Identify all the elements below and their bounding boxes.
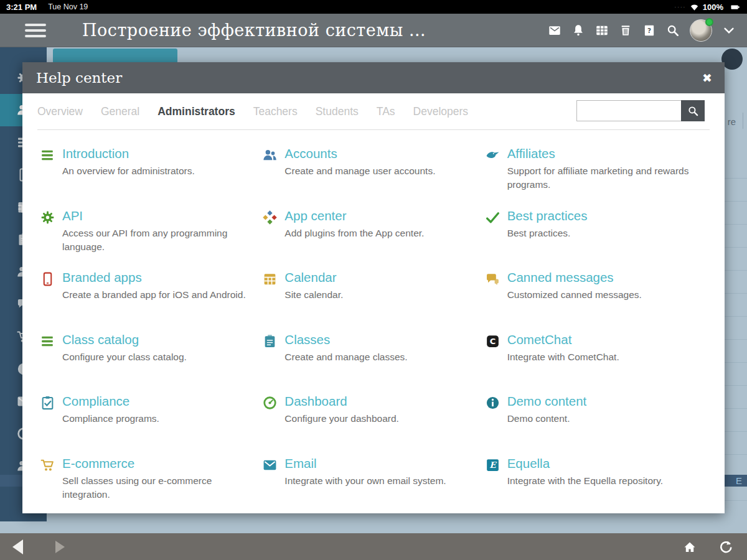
equella-icon bbox=[485, 457, 500, 475]
help-item-description: Customized canned messages. bbox=[507, 288, 658, 302]
bird-icon bbox=[485, 147, 500, 166]
users-icon bbox=[262, 147, 278, 166]
puzzle-icon bbox=[262, 210, 278, 225]
search-input[interactable] bbox=[576, 100, 681, 121]
help-item-dashboard: DashboardConfigure your dashboard. bbox=[262, 394, 484, 456]
help-item-compliance: ComplianceCompliance programs. bbox=[40, 394, 262, 456]
help-item-title[interactable]: Accounts bbox=[284, 146, 451, 161]
help-item-title[interactable]: Email bbox=[284, 456, 462, 471]
envelope-icon bbox=[262, 457, 278, 473]
info-icon bbox=[485, 395, 500, 411]
help-item-description: Add plugins from the App center. bbox=[284, 226, 440, 240]
help-item-title[interactable]: Branded apps bbox=[62, 270, 262, 285]
help-item-description: Support for affiliate marketing and rewa… bbox=[507, 164, 707, 192]
gradebook-grid-icon[interactable] bbox=[593, 21, 611, 40]
cart-icon bbox=[40, 457, 55, 473]
mail-icon bbox=[548, 24, 561, 37]
chat-icon bbox=[485, 271, 500, 289]
help-item-title[interactable]: Introduction bbox=[62, 146, 211, 161]
help-item-title[interactable]: Class catalog bbox=[62, 332, 203, 347]
cart-icon bbox=[40, 457, 55, 475]
list-icon bbox=[40, 334, 55, 349]
search-button[interactable] bbox=[681, 100, 705, 121]
close-icon[interactable]: ✖ bbox=[702, 71, 712, 85]
help-item-description: Compliance programs. bbox=[62, 412, 176, 426]
help-item-cometchat: CometChatIntegrate with CometChat. bbox=[485, 332, 707, 394]
help-item-equella: EquellaIntegrate with the Equella reposi… bbox=[485, 456, 707, 514]
help-item-description: Configure your class catalog. bbox=[62, 350, 203, 364]
check-icon bbox=[485, 210, 500, 225]
info-icon bbox=[485, 395, 500, 413]
help-item-description: Access our API from any programming lang… bbox=[62, 226, 262, 254]
chevron-down-icon[interactable] bbox=[720, 21, 738, 40]
clock: 3:21 PM bbox=[6, 2, 37, 12]
help-item-title[interactable]: Best practices bbox=[507, 208, 588, 223]
help-item-description: Create and manage classes. bbox=[284, 350, 423, 364]
list-icon bbox=[40, 334, 55, 352]
help-item-title[interactable]: Dashboard bbox=[284, 394, 415, 409]
help-item-class-catalog: Class catalogConfigure your class catalo… bbox=[40, 332, 262, 394]
background-teal-button bbox=[53, 49, 177, 63]
help-item-calendar: CalendarSite calendar. bbox=[262, 270, 484, 332]
help-item-title[interactable]: Affiliates bbox=[507, 146, 707, 161]
clipboard-icon bbox=[262, 334, 278, 349]
trash-icon bbox=[619, 24, 632, 37]
check-icon bbox=[485, 210, 500, 228]
date: Tue Nov 19 bbox=[48, 2, 88, 11]
tab-overview[interactable]: Overview bbox=[37, 105, 83, 118]
phone-icon bbox=[40, 271, 55, 289]
gear-icon bbox=[40, 210, 55, 228]
tab-general[interactable]: General bbox=[101, 105, 139, 118]
avatar[interactable] bbox=[690, 19, 712, 42]
help-item-title[interactable]: Demo content bbox=[507, 394, 587, 409]
help-item-description: Best practices. bbox=[507, 226, 588, 240]
header-actions bbox=[545, 19, 738, 42]
help-item-title[interactable]: Calendar bbox=[284, 270, 359, 285]
help-item-title[interactable]: E-commerce bbox=[62, 456, 262, 471]
battery-icon bbox=[727, 2, 743, 12]
help-item-title[interactable]: App center bbox=[284, 208, 440, 223]
gear-icon bbox=[40, 210, 55, 225]
tab-students[interactable]: Students bbox=[316, 105, 359, 118]
tab-developers[interactable]: Developers bbox=[413, 105, 469, 118]
calendar-icon bbox=[262, 271, 278, 289]
help-item-title[interactable]: Classes bbox=[284, 332, 423, 347]
phone-icon bbox=[40, 271, 55, 287]
help-item-description: Integrate with your own email system. bbox=[284, 474, 462, 488]
online-status-badge bbox=[705, 18, 713, 26]
search-icon[interactable] bbox=[664, 21, 682, 40]
help-icon bbox=[642, 24, 656, 37]
help-item-api: APIAccess our API from any programming l… bbox=[40, 208, 262, 271]
tab-teachers[interactable]: Teachers bbox=[253, 105, 298, 118]
tab-administrators[interactable]: Administrators bbox=[157, 105, 235, 118]
help-center-modal: Help center ✖ OverviewGeneralAdministrat… bbox=[22, 62, 725, 513]
hamburger-icon[interactable] bbox=[25, 24, 46, 37]
status-bar: 3:21 PM Tue Nov 19 ···· 100% bbox=[0, 0, 747, 14]
help-item-description: Create and manage user accounts. bbox=[284, 164, 451, 178]
back-icon[interactable] bbox=[12, 539, 23, 554]
battery-percent: 100% bbox=[703, 2, 723, 12]
help-icon[interactable] bbox=[640, 21, 659, 40]
help-item-title[interactable]: CometChat bbox=[507, 332, 636, 347]
refresh-icon[interactable] bbox=[718, 539, 733, 554]
mail-icon[interactable] bbox=[545, 21, 564, 40]
notifications-bell-icon[interactable] bbox=[569, 21, 588, 40]
help-item-canned-messages: Canned messagesCustomized canned message… bbox=[485, 270, 707, 332]
help-item-description: An overview for administrators. bbox=[62, 164, 211, 178]
help-item-best-practices: Best practicesBest practices. bbox=[485, 208, 707, 271]
help-item-description: Site calendar. bbox=[284, 288, 359, 302]
help-item-title[interactable]: Canned messages bbox=[507, 270, 658, 285]
envelope-icon bbox=[262, 457, 278, 475]
page-title: Построение эффективной системы … bbox=[82, 21, 426, 40]
tab-tas[interactable]: TAs bbox=[377, 105, 395, 118]
home-icon[interactable] bbox=[682, 539, 697, 554]
help-item-app-center: App centerAdd plugins from the App cente… bbox=[262, 208, 484, 271]
forward-icon[interactable] bbox=[55, 541, 65, 553]
trash-icon[interactable] bbox=[616, 21, 635, 40]
help-item-demo-content: Demo contentDemo content. bbox=[485, 394, 707, 456]
list-icon bbox=[40, 147, 55, 163]
help-item-title[interactable]: Equella bbox=[507, 456, 679, 471]
help-item-title[interactable]: API bbox=[62, 208, 262, 223]
help-item-title[interactable]: Compliance bbox=[62, 394, 176, 409]
help-item-description: Integrate with the Equella repository. bbox=[507, 474, 679, 488]
